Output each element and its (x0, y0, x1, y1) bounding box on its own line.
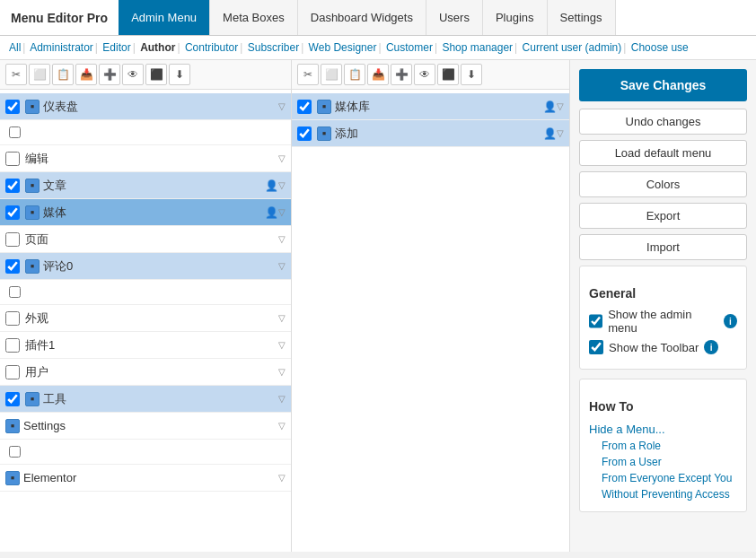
colors-button[interactable]: Colors (579, 171, 747, 197)
mid-tb-eye[interactable]: 👁 (414, 64, 435, 85)
role-tab-contributor[interactable]: Contributor (185, 41, 238, 54)
show-admin-menu-info[interactable]: i (724, 314, 737, 328)
load-default-button[interactable]: Load default menu (579, 140, 747, 166)
menu-item-posts-icon: ▪ (25, 179, 40, 193)
menu-item-dashboard[interactable]: ▪ 仪表盘 ▽ (0, 93, 291, 120)
mid-menu-item-medialibrary[interactable]: ▪ 媒体库 👤 ▽ (292, 93, 569, 120)
mid-tb-down[interactable]: ⬇ (461, 64, 482, 85)
mid-tb-new[interactable]: 📥 (367, 64, 389, 85)
howto-link-fromauser[interactable]: From a User (589, 454, 737, 470)
standalone-cb-1-check[interactable] (9, 126, 21, 138)
tab-plugins[interactable]: Plugins (483, 0, 548, 35)
tb-copy[interactable]: ⬜ (29, 64, 50, 85)
howto-link-fromarole[interactable]: From a Role (589, 438, 737, 454)
role-tabs: All| Administrator| Editor| Author| Cont… (0, 36, 756, 60)
tab-admin-menu[interactable]: Admin Menu (119, 0, 210, 35)
tab-dashboard-widgets[interactable]: Dashboard Widgets (298, 0, 426, 35)
menu-item-edit-label: 编辑 (25, 151, 278, 167)
menu-item-dashboard-checkbox[interactable] (5, 100, 20, 114)
menu-item-pages[interactable]: 页面 ▽ (0, 226, 291, 253)
standalone-cb-1 (0, 120, 291, 145)
general-title: General (589, 286, 737, 301)
menu-item-pages-checkbox[interactable] (5, 232, 20, 247)
role-tab-administrator[interactable]: Administrator (30, 41, 93, 54)
howto-link-hidemenu[interactable]: Hide a Menu... (589, 421, 737, 438)
menu-item-posts-label: 文章 (43, 178, 261, 194)
menu-item-comments[interactable]: ▪ 评论0 ▽ (0, 253, 291, 280)
role-tab-editor[interactable]: Editor (102, 41, 130, 54)
tb-cut[interactable]: ✂ (5, 64, 27, 85)
menu-item-posts[interactable]: ▪ 文章 👤 ▽ (0, 172, 291, 199)
mid-menu-item-medialibrary-label: 媒体库 (335, 99, 540, 115)
mid-tb-add[interactable]: ➕ (391, 64, 412, 85)
menu-item-pages-label: 页面 (25, 231, 278, 248)
menu-item-edit-checkbox[interactable] (5, 152, 20, 166)
tb-add[interactable]: ➕ (99, 64, 120, 85)
menu-item-appearance-checkbox[interactable] (5, 311, 20, 326)
role-tab-chooseuser[interactable]: Choose use (631, 41, 689, 54)
general-section: General Show the admin menu i Show the T… (579, 266, 747, 370)
menu-item-plugins-label: 插件1 (25, 337, 278, 353)
save-changes-button[interactable]: Save Changes (579, 69, 747, 101)
howto-link-fromeveryone[interactable]: From Everyone Except You (589, 470, 737, 486)
menu-item-posts-checkbox[interactable] (5, 179, 20, 193)
mid-menu-item-add-person: 👤 (543, 127, 557, 140)
howto-title: How To (589, 399, 737, 414)
menu-item-edit[interactable]: 编辑 ▽ (0, 145, 291, 172)
menu-item-media[interactable]: ▪ 媒体 👤 ▽ (0, 199, 291, 226)
menu-item-comments-checkbox[interactable] (5, 259, 20, 274)
menu-item-appearance[interactable]: 外观 ▽ (0, 305, 291, 332)
menu-item-users[interactable]: 用户 ▽ (0, 359, 291, 386)
howto-link-withoutpreventing[interactable]: Without Preventing Access (589, 486, 737, 502)
standalone-cb-3 (0, 440, 291, 465)
mid-tb-cut[interactable]: ✂ (297, 64, 319, 85)
menu-item-settings-icon: ▪ (5, 419, 20, 433)
standalone-cb-2-check[interactable] (9, 286, 21, 298)
menu-item-comments-label: 评论0 (43, 258, 278, 275)
role-tab-webdesigner[interactable]: Web Designer (309, 41, 377, 54)
menu-item-tools-icon: ▪ (25, 392, 40, 406)
tb-paste[interactable]: 📋 (52, 64, 74, 85)
left-panel: ✂ ⬜ 📋 📥 ➕ 👁 ⬛ ⬇ ▪ 仪表盘 ▽ 编辑 (0, 60, 292, 552)
howto-section: How To Hide a Menu... From a Role From a… (579, 379, 747, 512)
mid-menu-item-add[interactable]: ▪ 添加 👤 ▽ (292, 120, 569, 147)
tb-select[interactable]: ⬛ (145, 64, 167, 85)
standalone-cb-2 (0, 280, 291, 305)
tab-settings[interactable]: Settings (548, 0, 616, 35)
show-admin-menu-checkbox[interactable] (589, 314, 602, 328)
menu-item-media-checkbox[interactable] (5, 205, 20, 220)
role-tab-currentuser[interactable]: Current user (admin) (523, 41, 622, 54)
menu-item-plugins-checkbox[interactable] (5, 338, 20, 353)
mid-tb-select[interactable]: ⬛ (437, 64, 459, 85)
show-toolbar-info[interactable]: i (704, 340, 718, 354)
role-tab-all[interactable]: All (9, 41, 21, 54)
tb-eye[interactable]: 👁 (122, 64, 144, 85)
undo-changes-button[interactable]: Undo changes (579, 109, 747, 135)
standalone-cb-3-check[interactable] (9, 446, 21, 458)
tab-users[interactable]: Users (426, 0, 483, 35)
menu-item-appearance-label: 外观 (25, 310, 278, 327)
menu-item-settings[interactable]: ▪ Settings ▽ (0, 413, 291, 440)
role-tab-customer[interactable]: Customer (386, 41, 433, 54)
role-tab-author[interactable]: Author (140, 41, 175, 54)
tb-down[interactable]: ⬇ (169, 64, 190, 85)
role-tab-subscriber[interactable]: Subscriber (248, 41, 299, 54)
show-toolbar-checkbox[interactable] (589, 340, 603, 354)
import-button[interactable]: Import (579, 234, 747, 260)
menu-item-tools[interactable]: ▪ 工具 ▽ (0, 386, 291, 413)
mid-menu-item-medialibrary-checkbox[interactable] (297, 100, 312, 114)
tab-meta-boxes[interactable]: Meta Boxes (210, 0, 298, 35)
role-tab-shopmanager[interactable]: Shop manager (442, 41, 513, 54)
menu-item-elementor[interactable]: ▪ Elementor ▽ (0, 465, 291, 492)
mid-menu-item-medialibrary-icon: ▪ (317, 100, 331, 114)
menu-item-plugins[interactable]: 插件1 ▽ (0, 332, 291, 359)
left-menu-list: ▪ 仪表盘 ▽ 编辑 ▽ ▪ 文章 👤 ▽ (0, 90, 291, 552)
mid-tb-copy[interactable]: ⬜ (321, 64, 342, 85)
menu-item-tools-checkbox[interactable] (5, 392, 20, 406)
mid-tb-paste[interactable]: 📋 (344, 64, 365, 85)
mid-menu-item-add-checkbox[interactable] (297, 126, 312, 141)
menu-item-media-person: 👤 (265, 206, 278, 219)
menu-item-users-checkbox[interactable] (5, 365, 20, 379)
export-button[interactable]: Export (579, 203, 747, 229)
tb-new[interactable]: 📥 (75, 64, 97, 85)
